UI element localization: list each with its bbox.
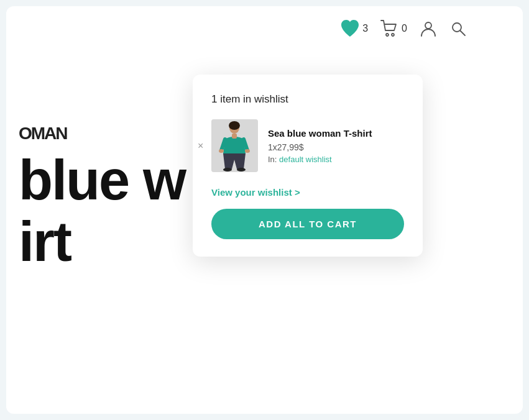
user-icon-group[interactable] bbox=[420, 20, 437, 37]
wishlist-popup: 1 item in wishlist × bbox=[193, 75, 423, 257]
search-icon-group[interactable] bbox=[449, 20, 467, 37]
svg-point-9 bbox=[245, 149, 250, 153]
search-icon bbox=[449, 20, 467, 37]
wishlist-icon-group[interactable]: 3 bbox=[340, 19, 368, 39]
bg-text-line2: irt bbox=[19, 211, 185, 273]
item-price: 1x27,99$ bbox=[268, 142, 404, 152]
svg-line-4 bbox=[461, 31, 466, 36]
header-bar: 3 0 bbox=[340, 19, 467, 39]
svg-point-12 bbox=[237, 168, 246, 171]
svg-point-8 bbox=[219, 149, 224, 153]
remove-item-button[interactable]: × bbox=[198, 140, 203, 152]
background-text: OMAN blue w irt bbox=[19, 124, 185, 273]
product-image bbox=[211, 119, 258, 172]
add-all-to-cart-button[interactable]: ADD ALL TO CART bbox=[211, 209, 404, 239]
bg-text-line1: blue w bbox=[19, 150, 185, 211]
svg-point-11 bbox=[223, 168, 232, 171]
user-icon bbox=[420, 20, 437, 37]
cart-count: 0 bbox=[402, 23, 407, 34]
wishlist-item: × bbox=[211, 119, 404, 172]
svg-point-2 bbox=[425, 22, 431, 29]
bg-text-label-top: OMAN bbox=[19, 124, 185, 144]
item-wishlist-label: In: default wishlist bbox=[268, 155, 404, 164]
wishlist-count: 3 bbox=[362, 23, 368, 34]
woman-figure-svg bbox=[211, 119, 258, 172]
item-name: Sea blue woman T-shirt bbox=[268, 127, 404, 140]
svg-point-1 bbox=[392, 34, 394, 36]
svg-rect-10 bbox=[232, 134, 237, 139]
popup-title: 1 item in wishlist bbox=[211, 93, 404, 106]
cart-icon-group[interactable]: 0 bbox=[380, 20, 407, 37]
wishlist-name-link[interactable]: default wishlist bbox=[279, 155, 332, 164]
view-wishlist-link[interactable]: View your wishlist > bbox=[211, 187, 404, 198]
svg-point-7 bbox=[229, 121, 240, 130]
item-details: Sea blue woman T-shirt 1x27,99$ In: defa… bbox=[268, 127, 404, 164]
heart-icon bbox=[340, 19, 360, 39]
cart-icon bbox=[380, 20, 399, 37]
svg-point-0 bbox=[386, 34, 389, 36]
